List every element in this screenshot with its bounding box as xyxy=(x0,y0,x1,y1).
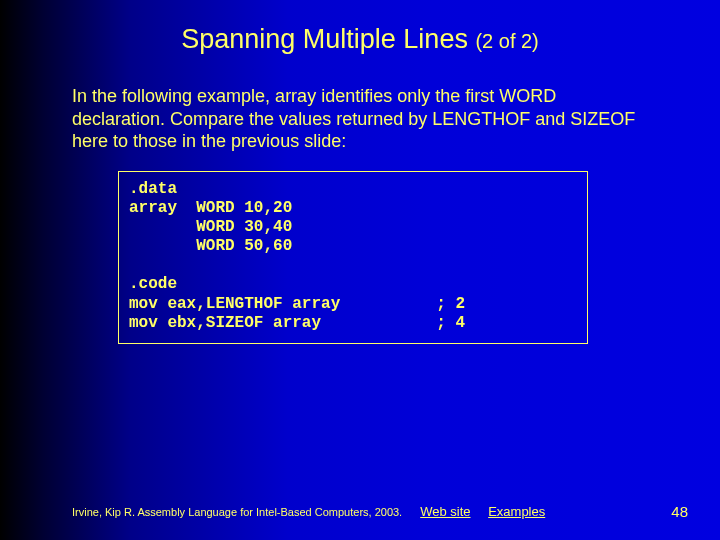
page-number: 48 xyxy=(671,503,688,520)
footer-links: Web site Examples xyxy=(420,504,559,519)
footer-citation: Irvine, Kip R. Assembly Language for Int… xyxy=(72,506,402,518)
code-block: .data array WORD 10,20 WORD 30,40 WORD 5… xyxy=(118,171,588,345)
slide-title: Spanning Multiple Lines (2 of 2) xyxy=(0,0,720,55)
examples-link[interactable]: Examples xyxy=(488,504,545,519)
footer: Irvine, Kip R. Assembly Language for Int… xyxy=(0,503,720,520)
title-main: Spanning Multiple Lines xyxy=(181,24,468,54)
title-sub: (2 of 2) xyxy=(475,30,538,52)
web-site-link[interactable]: Web site xyxy=(420,504,470,519)
body-paragraph: In the following example, array identifi… xyxy=(72,85,648,153)
